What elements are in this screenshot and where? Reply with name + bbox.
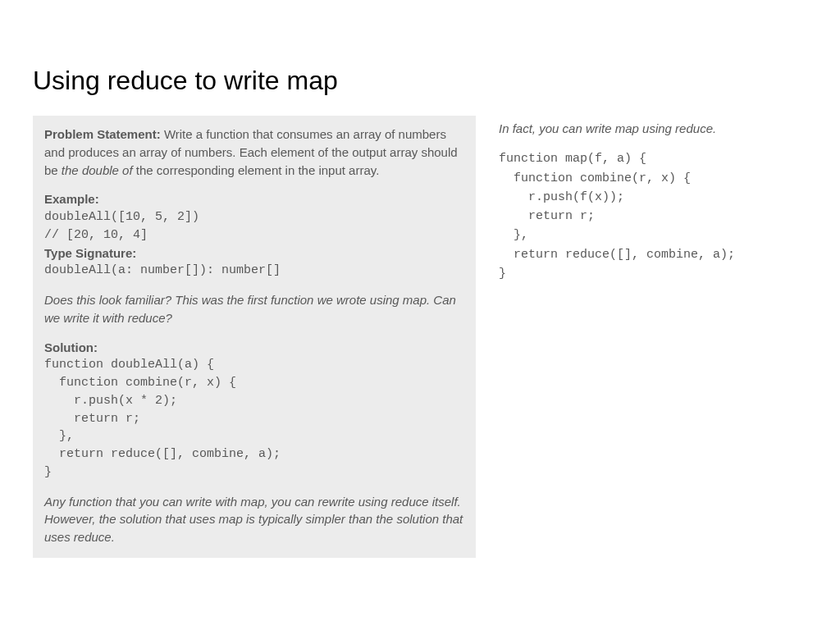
slide-title: Using reduce to write map <box>33 66 807 96</box>
content-columns: Problem Statement: Write a function that… <box>33 116 807 558</box>
example-code: doubleAll([10, 5, 2]) // [20, 10, 4] <box>44 208 464 244</box>
familiar-note: Does this look familiar? This was the fi… <box>44 291 464 327</box>
ps-text-2: the corresponding element in the input a… <box>136 163 380 177</box>
footer-note: Any function that you can write with map… <box>44 493 464 546</box>
right-intro: In fact, you can write map using reduce. <box>499 119 807 138</box>
solution-code: function doubleAll(a) { function combine… <box>44 356 464 481</box>
typesig-label: Type Signature: <box>44 244 464 262</box>
example-block: Example: doubleAll([10, 5, 2]) // [20, 1… <box>44 190 464 280</box>
typesig-code: doubleAll(a: number[]): number[] <box>44 262 464 280</box>
solution-block: Solution: function doubleAll(a) { functi… <box>44 339 464 482</box>
example-label: Example: <box>44 190 464 208</box>
ps-label: Problem Statement: <box>44 127 164 141</box>
problem-statement: Problem Statement: Write a function that… <box>44 126 464 179</box>
ps-italic: the double of <box>62 163 136 177</box>
right-panel: In fact, you can write map using reduce.… <box>499 116 807 558</box>
solution-label: Solution: <box>44 339 464 357</box>
right-code: function map(f, a) { function combine(r,… <box>499 149 807 283</box>
left-panel: Problem Statement: Write a function that… <box>33 116 476 558</box>
